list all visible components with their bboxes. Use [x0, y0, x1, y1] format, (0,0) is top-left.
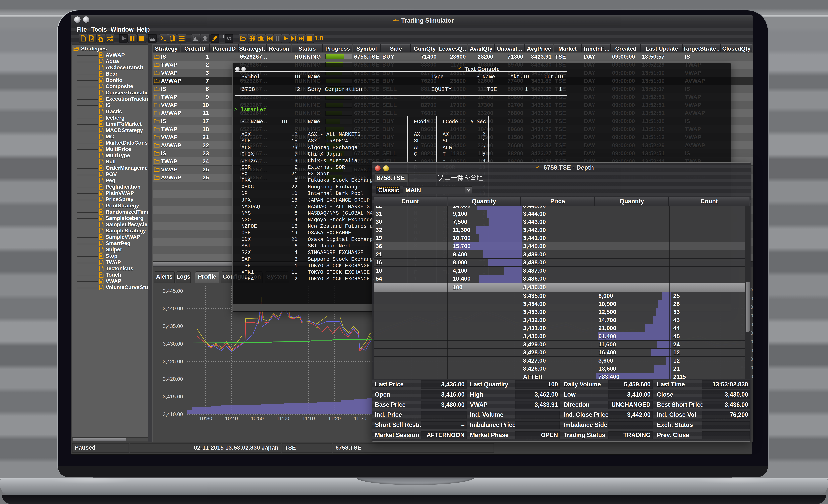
svg-text:3,420.00: 3,420.00 — [163, 376, 183, 382]
svg-text:10:50: 10:50 — [251, 416, 264, 421]
svg-text:3,425.00: 3,425.00 — [163, 359, 183, 365]
svg-text:3,445.00: 3,445.00 — [163, 288, 183, 294]
svg-text:3,415.00: 3,415.00 — [163, 394, 183, 400]
svg-text:10:40: 10:40 — [225, 416, 238, 421]
svg-text:11:10: 11:10 — [302, 416, 315, 421]
svg-text:11:30: 11:30 — [354, 416, 366, 421]
svg-text:3,440.00: 3,440.00 — [163, 305, 183, 311]
svg-text:3,435.00: 3,435.00 — [163, 323, 183, 329]
svg-text:11:20: 11:20 — [328, 416, 341, 421]
svg-text:10:30: 10:30 — [199, 416, 212, 421]
svg-text:11:00: 11:00 — [277, 416, 289, 421]
svg-text:3,430.00: 3,430.00 — [163, 341, 183, 347]
svg-text:3,410.00: 3,410.00 — [163, 412, 183, 417]
